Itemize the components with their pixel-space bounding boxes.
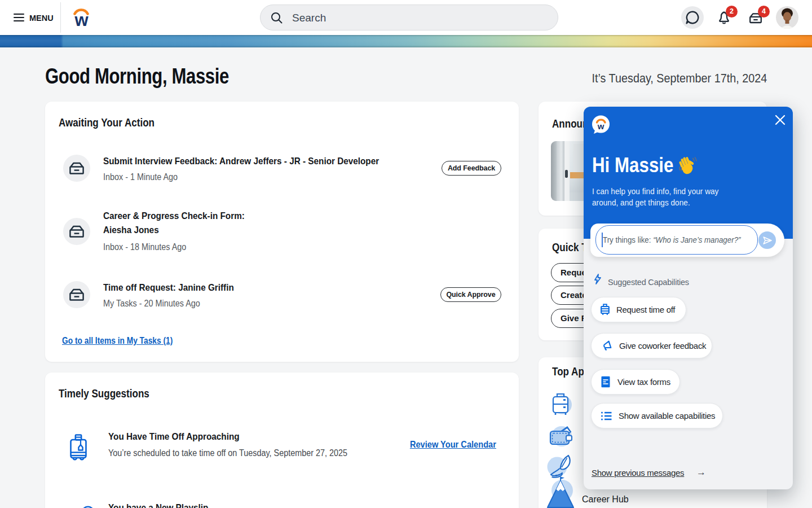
svg-text:w: w	[74, 10, 89, 29]
svg-text:w: w	[597, 121, 604, 131]
